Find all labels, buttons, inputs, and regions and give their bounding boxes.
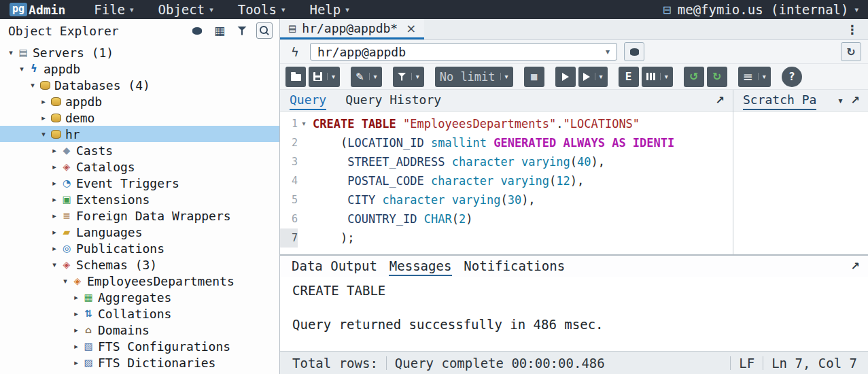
- chevron-down-icon[interactable]: ▾: [411, 73, 419, 80]
- chevron-down-icon[interactable]: ▾: [595, 73, 603, 80]
- help-button[interactable]: ?: [782, 67, 802, 87]
- fold-marker-icon[interactable]: ▾: [298, 114, 310, 133]
- chevron-right-icon[interactable]: ▸: [38, 97, 49, 106]
- explain-button[interactable]: E: [619, 67, 639, 87]
- chevron-down-icon[interactable]: ▾: [38, 130, 49, 139]
- tree-item[interactable]: ▸FTS Dictionaries: [0, 354, 279, 371]
- tree-item[interactable]: ▸Foreign Data Wrappers: [0, 207, 279, 224]
- tab-query[interactable]: Query: [290, 90, 326, 110]
- explain-analyze-button[interactable]: ▾: [642, 67, 673, 87]
- chevron-down-icon[interactable]: ▾: [839, 96, 843, 105]
- expand-icon[interactable]: ↗: [851, 260, 860, 273]
- tree-item[interactable]: ▾Databases (4): [0, 77, 279, 93]
- chevron-down-icon[interactable]: ▾: [660, 73, 668, 80]
- tab-data-output[interactable]: Data Output: [291, 257, 378, 276]
- tree-item[interactable]: ▸Catalogs: [0, 158, 279, 175]
- limit-select-button[interactable]: No limit▾: [435, 67, 513, 87]
- db-stack-icon[interactable]: [189, 22, 205, 39]
- open-file-button[interactable]: [285, 67, 306, 87]
- tree-item[interactable]: ▸demo: [0, 109, 279, 126]
- chevron-down-icon[interactable]: ▾: [369, 73, 377, 80]
- tab-messages[interactable]: Messages: [389, 257, 453, 276]
- code-token: [424, 136, 431, 150]
- save-button[interactable]: ▾: [309, 67, 340, 87]
- chevron-right-icon[interactable]: ▸: [71, 309, 82, 318]
- edit-button[interactable]: ▾: [351, 67, 382, 87]
- chevron-right-icon[interactable]: ▸: [38, 114, 49, 122]
- scratch-pad[interactable]: [733, 112, 868, 254]
- tab-query-history[interactable]: Query History: [345, 90, 441, 110]
- tree-item-label: Schemas (3): [76, 258, 157, 272]
- tree-item[interactable]: ▸Casts: [0, 142, 279, 158]
- tree-item[interactable]: ▾appdb: [0, 61, 279, 77]
- chevron-down-icon[interactable]: ▾: [49, 260, 60, 269]
- code-text: STREET_ADDRESS character varying(40),: [310, 152, 605, 171]
- table-grid-icon[interactable]: [211, 22, 228, 39]
- tree-item[interactable]: ▸Aggregates: [0, 289, 279, 305]
- tree-item[interactable]: ▸appdb: [0, 93, 279, 109]
- execute-button[interactable]: [555, 67, 576, 87]
- macros-button[interactable]: ▾: [738, 67, 771, 87]
- refresh-button[interactable]: ↻: [841, 42, 861, 61]
- chevron-right-icon[interactable]: ▸: [71, 293, 82, 302]
- tree-item[interactable]: ▾Servers (1): [0, 44, 279, 61]
- rollback-button[interactable]: [707, 67, 727, 87]
- more-options-icon[interactable]: ⋮: [846, 22, 858, 37]
- tree-item[interactable]: ▸Collations: [0, 305, 279, 322]
- chevron-right-icon[interactable]: ▸: [49, 244, 60, 253]
- chevron-down-icon[interactable]: ▾: [500, 73, 508, 80]
- stop-button[interactable]: [524, 67, 544, 87]
- chevron-right-icon[interactable]: ▸: [49, 163, 60, 171]
- chevron-right-icon[interactable]: ▸: [49, 228, 60, 237]
- tree-item[interactable]: ▸Languages: [0, 224, 279, 240]
- menu-help[interactable]: Help▾: [309, 2, 349, 17]
- code-token: CHAR: [424, 212, 452, 226]
- close-icon[interactable]: ×: [406, 21, 416, 35]
- connection-select[interactable]: hr/app@appdb ▾: [310, 43, 617, 61]
- code-token: [417, 212, 424, 226]
- chevron-down-icon[interactable]: ▾: [16, 65, 27, 73]
- fold-spacer: [298, 152, 310, 171]
- chevron-down-icon[interactable]: ▾: [758, 73, 766, 80]
- tree-item[interactable]: ▸Publications: [0, 240, 279, 256]
- pencil-icon: [355, 71, 364, 83]
- chevron-right-icon[interactable]: ▸: [49, 179, 60, 188]
- database-connections-button[interactable]: [624, 42, 644, 61]
- chevron-right-icon[interactable]: ▸: [71, 326, 82, 335]
- code-token: "EmployeesDepartments": [403, 117, 556, 131]
- chevron-down-icon[interactable]: ▾: [5, 48, 16, 57]
- expand-icon[interactable]: ↗: [851, 94, 860, 107]
- databases-icon: [38, 81, 52, 90]
- filter-button[interactable]: ▾: [393, 67, 424, 87]
- tree-item[interactable]: ▾Schemas (3): [0, 256, 279, 273]
- tree-item[interactable]: ▸FTS Configurations: [0, 338, 279, 354]
- chevron-right-icon[interactable]: ▸: [71, 342, 82, 351]
- tree-item[interactable]: ▾hr: [0, 126, 279, 142]
- tree-item[interactable]: ▾EmployeesDepartments: [0, 273, 279, 289]
- menu-object[interactable]: Object▾: [158, 2, 213, 17]
- chevron-down-icon[interactable]: ▾: [27, 81, 38, 90]
- chevron-down-icon[interactable]: ▾: [60, 277, 71, 286]
- query-tool-tab[interactable]: ▤ hr/app@appdb* ×: [280, 19, 424, 39]
- tree-item[interactable]: ▸Domains: [0, 322, 279, 338]
- filter-icon[interactable]: [234, 22, 250, 39]
- chevron-down-icon[interactable]: ▾: [327, 73, 335, 80]
- chevron-right-icon[interactable]: ▸: [49, 195, 60, 204]
- scratch-pad-title[interactable]: Scratch Pa: [743, 90, 816, 110]
- chevron-right-icon[interactable]: ▸: [49, 211, 60, 220]
- tree-item[interactable]: ▸Extensions: [0, 191, 279, 207]
- execute-options-button[interactable]: ▾: [578, 67, 608, 87]
- account-menu[interactable]: ⊟ me@fymio.us (internal) ▾: [662, 2, 858, 17]
- expand-icon[interactable]: ↗: [716, 94, 725, 107]
- sql-editor[interactable]: 1▾CREATE TABLE "EmployeesDepartments"."L…: [280, 112, 733, 254]
- commit-button[interactable]: [684, 67, 704, 87]
- tab-notifications[interactable]: Notifications: [463, 257, 566, 276]
- menu-tools[interactable]: Tools▾: [238, 2, 285, 17]
- chevron-right-icon[interactable]: ▸: [49, 146, 60, 155]
- menu-file[interactable]: File▾: [94, 2, 133, 17]
- tree-item-label: Publications: [76, 241, 164, 256]
- search-icon[interactable]: [256, 22, 273, 39]
- tree-item-label: demo: [65, 111, 94, 125]
- tree-item[interactable]: ▸Event Triggers: [0, 175, 279, 191]
- chevron-right-icon[interactable]: ▸: [71, 358, 82, 367]
